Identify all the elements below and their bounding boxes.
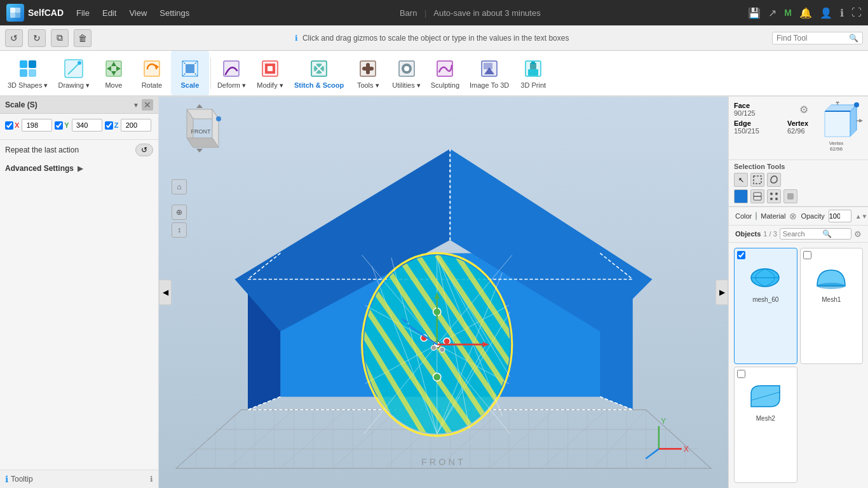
svg-rect-40	[484, 63, 492, 69]
scale-axes-section: X Y Z	[0, 114, 158, 140]
material-icon[interactable]: ⊗	[789, 211, 797, 221]
save-icon[interactable]: 💾	[748, 7, 761, 19]
ribbon-move[interactable]: Move	[95, 51, 133, 95]
ribbon-3d-print[interactable]: 3D Print	[514, 51, 552, 95]
advanced-settings-label: Advanced Settings	[5, 164, 74, 173]
object-card-mesh60[interactable]: mesh_60	[734, 248, 797, 364]
copy-button[interactable]: ⧉	[51, 29, 69, 47]
obj-checkbox-mesh1[interactable]	[803, 251, 811, 259]
find-tool-wrapper: 🔍	[772, 32, 863, 44]
obj-checkbox-mesh2[interactable]	[737, 370, 745, 378]
menu-settings[interactable]: Settings	[157, 7, 192, 19]
obj-name-mesh1: Mesh1	[822, 296, 841, 303]
menu-edit[interactable]: Edit	[100, 7, 119, 19]
ribbon-3d-shapes[interactable]: 3D Shapes ▾	[3, 51, 53, 95]
axis-y-input[interactable]	[72, 119, 102, 132]
ribbon-drawing[interactable]: Drawing ▾	[53, 51, 94, 95]
menu-file[interactable]: File	[74, 7, 92, 19]
info-icon[interactable]: ℹ	[840, 7, 844, 19]
svg-point-105	[431, 345, 436, 350]
object-card-mesh1[interactable]: Mesh1	[800, 248, 864, 364]
box-select-button[interactable]	[750, 173, 764, 187]
collapse-left-button[interactable]: ◀	[159, 280, 172, 305]
axis-z-checkbox[interactable]	[105, 121, 113, 130]
rotate-icon	[140, 57, 163, 80]
objects-settings-icon[interactable]: ⚙	[854, 229, 862, 239]
footer-info-icon: ℹ	[5, 474, 8, 484]
panel-dropdown-arrow[interactable]: ▼	[133, 102, 139, 109]
mesh-stats: Face 90/125 ⚙ Edge 150/215 Vertex 62/96	[734, 102, 808, 135]
advanced-settings-row[interactable]: Advanced Settings ▶	[0, 160, 158, 177]
select-arrow-button[interactable]: ↖	[734, 173, 748, 187]
delete-button[interactable]: 🗑	[74, 29, 92, 47]
viewport[interactable]: ◀ ▶ FRONT	[159, 97, 728, 488]
left-panel: Scale (S) ▼ ✕ X Y Z	[0, 97, 159, 488]
settings-gear-icon[interactable]: ⚙	[799, 104, 808, 116]
autosave-text: Auto-save in about 3 minutes	[433, 8, 540, 18]
ribbon-sculpting[interactable]: Sculpting	[426, 51, 465, 95]
axis-z-input[interactable]	[121, 119, 151, 132]
repeat-action-button[interactable]: ↺	[135, 144, 153, 156]
face-cube-svg: Vertex 62/96	[812, 102, 863, 152]
axis-x-checkbox[interactable]	[5, 121, 13, 130]
share-icon[interactable]: ↗	[768, 7, 776, 19]
obj-thumb-mesh60	[747, 262, 785, 294]
ribbon-rotate[interactable]: Rotate	[133, 51, 171, 95]
ribbon-image-to-3d[interactable]: Image To 3D	[465, 51, 514, 95]
objects-search-input[interactable]	[783, 230, 821, 238]
axis-z-checkbox-label[interactable]: Z	[105, 121, 119, 130]
ribbon-scale[interactable]: Scale	[171, 51, 209, 95]
edge-mode-button[interactable]	[750, 189, 764, 203]
user-icon[interactable]: 👤	[820, 7, 832, 19]
geometry-mode-buttons	[734, 189, 863, 203]
face-value: 90/125	[734, 109, 756, 117]
collapse-right-button[interactable]: ▶	[715, 280, 728, 305]
undo-button[interactable]: ↺	[5, 29, 23, 47]
find-tool-input[interactable]	[776, 34, 846, 43]
axis-y-checkbox-label[interactable]: Y	[55, 121, 69, 130]
find-tool-search-icon: 🔍	[849, 34, 858, 43]
axis-y-checkbox[interactable]	[55, 121, 63, 130]
lasso-select-button[interactable]	[767, 173, 781, 187]
ribbon-deform[interactable]: Deform ▾	[212, 51, 251, 95]
ribbon-utilities[interactable]: Utilities ▾	[387, 51, 426, 95]
objects-header: Objects 1 / 3 🔍 ⚙	[729, 226, 868, 243]
obj-checkbox-mesh60[interactable]	[737, 251, 745, 259]
object-card-mesh2[interactable]: Mesh2	[734, 367, 797, 483]
m-icon[interactable]: M	[784, 8, 792, 18]
svg-text:Vertex: Vertex	[829, 140, 844, 146]
svg-rect-38	[437, 61, 452, 76]
axis-x-input[interactable]	[22, 119, 52, 132]
svg-marker-118	[825, 111, 850, 137]
ribbon-modify[interactable]: Modify ▾	[251, 51, 289, 95]
axis-x-checkbox-label[interactable]: X	[5, 121, 19, 130]
ribbon-tools[interactable]: Tools ▾	[349, 51, 387, 95]
vertex-stat: Vertex 62/96	[787, 119, 808, 135]
opacity-input[interactable]	[829, 210, 851, 222]
obj-name-mesh2: Mesh2	[756, 415, 775, 422]
fullscreen-icon[interactable]: ⛶	[851, 7, 862, 18]
edge-stat: Edge 150/215	[734, 119, 759, 135]
object-mode-button[interactable]	[783, 189, 797, 203]
opacity-stepper[interactable]: ▲▼	[855, 213, 868, 220]
ribbon-separator-1	[210, 57, 211, 89]
selection-tools-label: Selection Tools	[734, 163, 863, 170]
bell-icon[interactable]: 🔔	[799, 7, 812, 19]
svg-rect-139	[787, 193, 794, 200]
app-logo[interactable]: SelfCAD	[6, 4, 64, 22]
obj-header-mesh60	[737, 251, 794, 259]
opacity-label: Opacity	[801, 212, 824, 220]
project-name: Barn	[400, 8, 417, 18]
menu-view[interactable]: View	[126, 7, 149, 19]
drawing-icon	[62, 57, 85, 80]
advanced-settings-arrow: ▶	[78, 164, 83, 173]
panel-close-button[interactable]: ✕	[142, 99, 153, 111]
ribbon-stitch-scoop[interactable]: Stitch & Scoop	[289, 51, 349, 95]
objects-count: 1 / 3	[763, 230, 776, 238]
vertex-mode-button[interactable]	[767, 189, 781, 203]
color-picker-dot[interactable]	[756, 212, 757, 220]
redo-button[interactable]: ↻	[28, 29, 46, 47]
face-mode-button[interactable]	[734, 189, 748, 203]
obj-header-mesh1	[803, 251, 860, 259]
svg-point-37	[404, 66, 409, 71]
